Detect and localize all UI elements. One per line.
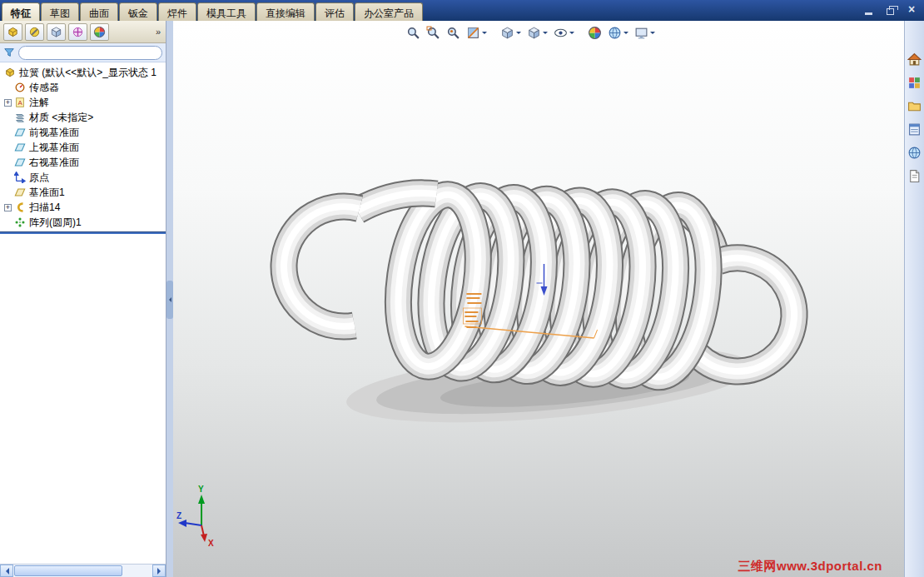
zoom-to-area-button[interactable] (425, 24, 442, 41)
panel-splitter (166, 21, 173, 577)
command-manager-tabbar: 特征 草图 曲面 钣金 焊件 模具工具 直接编辑 评估 办公室产品 × (0, 0, 924, 21)
heads-up-view-toolbar (405, 23, 657, 42)
panel-tabs-overflow[interactable]: » (156, 27, 162, 37)
close-icon[interactable]: × (906, 4, 917, 15)
origin-icon (14, 172, 26, 183)
tab-mold-tools[interactable]: 模具工具 (197, 2, 256, 21)
displaymanager-icon[interactable] (90, 23, 109, 41)
tree-item-material[interactable]: 材质 <未指定> (0, 110, 166, 125)
svg-text:Y: Y (198, 485, 204, 494)
hide-show-items-button[interactable] (552, 24, 576, 41)
configurationmanager-icon[interactable] (47, 23, 66, 41)
tree-item-right-plane[interactable]: 右视基准面 (0, 155, 166, 170)
scroll-left-button[interactable] (0, 565, 13, 577)
restore-icon[interactable] (884, 4, 896, 15)
sensors-icon (14, 82, 26, 93)
svg-text:X: X (208, 539, 214, 548)
plane-icon (14, 157, 26, 168)
svg-text:Z: Z (176, 511, 181, 520)
3d-viewport[interactable]: Y Z X (173, 21, 904, 577)
tree-item-plane1[interactable]: 基准面1 (0, 185, 166, 200)
material-icon (14, 112, 26, 123)
panel-horizontal-scrollbar[interactable] (0, 564, 166, 577)
tree-item-sensors[interactable]: 传感器 (0, 80, 166, 95)
scroll-right-button[interactable] (152, 565, 166, 577)
tree-item-circular-pattern1[interactable]: 阵列(圆周)1 (0, 215, 166, 230)
minimize-icon[interactable] (862, 4, 874, 15)
graphics-area: Y Z X 三维网www.3dportal.cn (173, 21, 904, 577)
sweep-icon (14, 201, 26, 213)
featuremanager-tree-icon[interactable] (3, 23, 22, 41)
tree-item-part-root[interactable]: 拉簧 (默认<<默认>_显示状态 1 (0, 65, 166, 80)
spring-coils (388, 190, 718, 382)
feature-tree: 拉簧 (默认<<默认>_显示状态 1 传感器 + 注解 材质 <未指定> 前视基… (0, 62, 166, 564)
tab-sheet-metal[interactable]: 钣金 (119, 2, 157, 21)
featuremanager-panel: » 拉簧 (默认<<默认>_显示状态 1 传感器 + 注解 (0, 21, 166, 577)
apply-scene-button[interactable] (606, 24, 630, 41)
tree-item-top-plane[interactable]: 上视基准面 (0, 140, 166, 155)
section-view-button[interactable] (464, 24, 489, 41)
file-explorer-icon[interactable] (906, 97, 923, 115)
design-library-icon[interactable] (906, 74, 923, 92)
tab-office-products[interactable]: 办公室产品 (355, 2, 423, 21)
tree-filter-input[interactable] (18, 46, 162, 60)
tab-evaluate[interactable]: 评估 (315, 2, 354, 21)
tab-features[interactable]: 特征 (2, 2, 40, 21)
zoom-to-selection-button[interactable] (445, 24, 462, 41)
scrollbar-thumb[interactable] (14, 565, 122, 576)
dropdown-caret (482, 32, 487, 37)
circular-pattern-icon (14, 216, 26, 228)
tab-sketch[interactable]: 草图 (41, 2, 79, 21)
watermark-text: 三维网www.3dportal.cn (738, 559, 882, 575)
propertymanager-icon[interactable] (25, 23, 44, 41)
solidworks-resources-icon[interactable] (906, 51, 923, 68)
plane-icon (14, 127, 26, 138)
tab-surfaces[interactable]: 曲面 (80, 2, 118, 21)
dropdown-caret (516, 32, 521, 37)
tree-item-sweep14[interactable]: + 扫描14 (0, 200, 166, 215)
tree-filter-row (0, 43, 166, 62)
annotations-icon (14, 97, 26, 108)
view-orientation-button[interactable] (499, 24, 523, 41)
zoom-to-fit-button[interactable] (405, 24, 422, 41)
task-pane (904, 21, 924, 577)
expand-toggle[interactable]: + (4, 204, 12, 211)
rollback-bar[interactable] (0, 231, 166, 234)
scrollbar-track[interactable] (13, 565, 152, 577)
panel-tab-strip: » (0, 21, 166, 43)
part-icon (4, 67, 16, 78)
dropdown-caret (650, 32, 655, 37)
expand-toggle[interactable]: + (4, 99, 12, 107)
appearances-scenes-icon[interactable] (906, 144, 923, 162)
dropdown-caret (569, 32, 574, 37)
plane-icon (14, 142, 26, 153)
dropdown-caret (623, 32, 628, 37)
tab-weldments[interactable]: 焊件 (158, 2, 196, 21)
tree-item-origin[interactable]: 原点 (0, 170, 166, 185)
display-style-button[interactable] (525, 24, 549, 41)
edit-appearance-button[interactable] (586, 24, 604, 41)
panel-collapse-handle[interactable] (166, 281, 173, 319)
custom-properties-icon[interactable] (906, 167, 923, 185)
view-palette-icon[interactable] (906, 121, 923, 138)
view-settings-button[interactable] (633, 24, 657, 41)
tab-direct-editing[interactable]: 直接编辑 (256, 2, 315, 21)
plane1-icon (14, 187, 26, 198)
window-controls: × (862, 4, 917, 15)
dropdown-caret (543, 32, 548, 37)
tree-item-annotations[interactable]: + 注解 (0, 95, 166, 110)
tree-item-front-plane[interactable]: 前视基准面 (0, 125, 166, 140)
filter-funnel-icon[interactable] (3, 47, 15, 58)
reference-triad: Y Z X (176, 485, 214, 548)
dimxpertmanager-icon[interactable] (68, 23, 87, 41)
